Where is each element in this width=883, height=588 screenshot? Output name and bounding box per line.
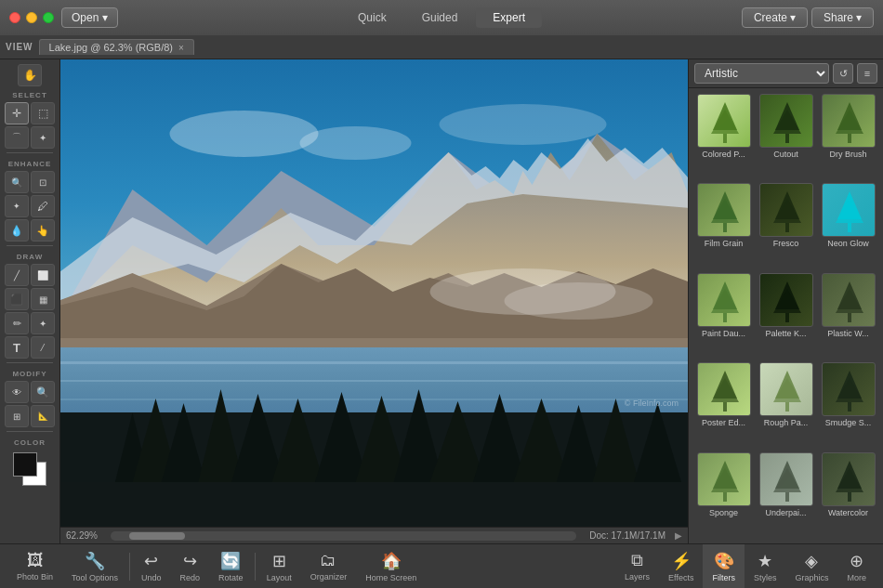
filter-watercolor[interactable]: Watercolor xyxy=(819,452,877,538)
filter-plastic-wrap[interactable]: Plastic W... xyxy=(819,273,877,359)
hand-tool[interactable]: ✋ xyxy=(18,64,42,86)
blur-tool[interactable]: 💧 xyxy=(5,219,29,242)
filter-grid: Colored P... Cutout Dry Brush xyxy=(689,88,883,543)
effects-button[interactable]: ⚡ Effects xyxy=(659,544,703,588)
graphics-label: Graphics xyxy=(795,573,828,582)
clone-tool[interactable]: 🖊 xyxy=(31,195,55,217)
svg-marker-35 xyxy=(711,110,739,134)
panel-header: Artistic ↺ ≡ xyxy=(689,59,883,88)
close-window-button[interactable] xyxy=(9,12,20,23)
open-button[interactable]: Open ▾ xyxy=(61,7,118,28)
svg-rect-36 xyxy=(785,134,789,143)
photo-bin-button[interactable]: 🖼 Photo Bin xyxy=(7,544,62,588)
more-button[interactable]: ⊕ More xyxy=(837,544,876,588)
filter-underpainting[interactable]: Underpai... xyxy=(757,452,815,538)
home-icon: 🏠 xyxy=(381,551,402,571)
ruler-tool[interactable]: 📐 xyxy=(31,405,55,427)
filters-label: Filters xyxy=(712,573,735,582)
filter-cutout[interactable]: Cutout xyxy=(757,94,815,179)
graphics-icon: ◈ xyxy=(805,551,818,571)
svg-point-2 xyxy=(300,126,412,160)
filter-rough-pastels[interactable]: Rough Pa... xyxy=(757,362,815,448)
filter-label-plastic-wrap: Plastic W... xyxy=(827,329,869,338)
select-tools-row2: ⌒ ✦ xyxy=(5,126,55,149)
pencil-tool[interactable]: ✏ xyxy=(5,312,29,334)
shape-tool[interactable]: ✦ xyxy=(31,312,55,334)
filter-neon-glow[interactable]: Neon Glow xyxy=(819,183,877,268)
quick-mode-button[interactable]: Quick xyxy=(341,7,403,28)
maximize-window-button[interactable] xyxy=(43,12,54,23)
graphics-button[interactable]: ◈ Graphics xyxy=(785,544,837,588)
svg-marker-59 xyxy=(836,289,863,313)
zoom-tool[interactable]: 🔍 xyxy=(31,381,55,403)
gradient-tool[interactable]: ▦ xyxy=(31,288,55,310)
home-screen-button[interactable]: 🏠 Home Screen xyxy=(356,544,426,588)
guided-mode-button[interactable]: Guided xyxy=(405,7,475,28)
filter-category-dropdown[interactable]: Artistic xyxy=(694,63,829,84)
filter-paint-daubs[interactable]: Paint Dau... xyxy=(694,273,753,359)
tab-close-button[interactable]: × xyxy=(178,43,184,53)
filter-sponge[interactable]: Sponge xyxy=(694,452,753,538)
minimize-window-button[interactable] xyxy=(26,12,37,23)
eyedropper-tool[interactable]: 🔍 xyxy=(5,171,29,193)
scroll-right-arrow[interactable]: ▶ xyxy=(675,530,682,541)
marquee-tool[interactable]: ⬚ xyxy=(31,102,55,124)
layout-icon: ⊞ xyxy=(272,551,286,571)
filter-film-grain[interactable]: Film Grain xyxy=(694,183,753,268)
magic-wand-tool[interactable]: ✦ xyxy=(31,126,55,149)
create-button[interactable]: Create ▾ xyxy=(742,7,808,28)
rotate-button[interactable]: 🔄 Rotate xyxy=(209,544,253,588)
svg-marker-71 xyxy=(711,468,739,492)
styles-icon: ★ xyxy=(758,551,772,571)
scrollbar-thumb[interactable] xyxy=(129,532,185,540)
layers-button[interactable]: ⧉ Layers xyxy=(615,544,659,588)
filter-colored-pencil[interactable]: Colored P... xyxy=(694,94,753,179)
layers-label: Layers xyxy=(625,572,650,581)
transform-tool[interactable]: ⊞ xyxy=(5,405,29,427)
line-tool[interactable]: ∕ xyxy=(31,336,55,359)
svg-rect-51 xyxy=(723,313,727,322)
layout-button[interactable]: ⊞ Layout xyxy=(257,544,301,588)
undo-label: Undo xyxy=(141,573,162,582)
filter-fresco[interactable]: Fresco xyxy=(757,183,815,268)
modify-tools-row1: 👁 🔍 xyxy=(5,381,55,403)
foreground-color-swatch[interactable] xyxy=(13,452,37,477)
filter-palette-knife[interactable]: Palette K... xyxy=(757,273,815,359)
share-button[interactable]: Share ▾ xyxy=(811,7,874,28)
move-tool[interactable]: ✛ xyxy=(5,102,29,124)
panel-menu-button[interactable]: ≡ xyxy=(857,63,877,84)
filter-smudge-stick[interactable]: Smudge S... xyxy=(819,362,877,448)
undo-button[interactable]: ↩ Undo xyxy=(132,544,171,588)
color-swatches[interactable] xyxy=(13,452,46,486)
horizontal-scrollbar[interactable] xyxy=(111,531,576,541)
panel-refresh-button[interactable]: ↺ xyxy=(833,63,853,84)
filter-dry-brush[interactable]: Dry Brush xyxy=(819,94,877,179)
styles-button[interactable]: ★ Styles xyxy=(745,544,786,588)
enhance-tools-row2: ✦ 🖊 xyxy=(5,195,55,217)
filter-poster-edges[interactable]: Poster Ed... xyxy=(694,362,753,448)
paint-bucket-tool[interactable]: ⬛ xyxy=(5,288,29,310)
crop-tool[interactable]: ⊡ xyxy=(31,171,55,193)
canvas-area[interactable]: © FileInfo.com 62.29% Doc: 17.1M/17.1M ▶ xyxy=(60,59,688,543)
lasso-tool[interactable]: ⌒ xyxy=(5,126,29,149)
text-tool[interactable]: T xyxy=(5,336,29,359)
tool-options-icon: 🔧 xyxy=(85,551,105,571)
watermark: © FileInfo.com xyxy=(625,399,679,408)
photo-canvas: © FileInfo.com xyxy=(60,59,688,543)
redeye-tool[interactable]: 👁 xyxy=(5,381,29,403)
right-panel: Artistic ↺ ≡ Colored P... xyxy=(688,59,883,543)
redo-button[interactable]: ↪ Redo xyxy=(171,544,210,588)
expert-mode-button[interactable]: Expert xyxy=(476,7,542,28)
tool-options-button[interactable]: 🔧 Tool Options xyxy=(62,544,127,588)
organizer-button[interactable]: 🗂 Organizer xyxy=(301,544,357,588)
smudge-tool[interactable]: 👆 xyxy=(31,219,55,242)
view-label: VIEW xyxy=(6,42,33,52)
color-section-label: COLOR xyxy=(14,438,46,447)
file-tab[interactable]: Lake.jpg @ 62.3% (RGB/8) × xyxy=(39,39,194,55)
filters-button[interactable]: 🎨 Filters xyxy=(703,544,745,588)
eraser-tool[interactable]: ⬜ xyxy=(31,264,55,286)
enhance-tools-row1: 🔍 ⊡ xyxy=(5,171,55,193)
bottom-divider-2 xyxy=(255,553,256,581)
brush-tool[interactable]: ╱ xyxy=(5,264,29,286)
healing-tool[interactable]: ✦ xyxy=(5,195,29,217)
